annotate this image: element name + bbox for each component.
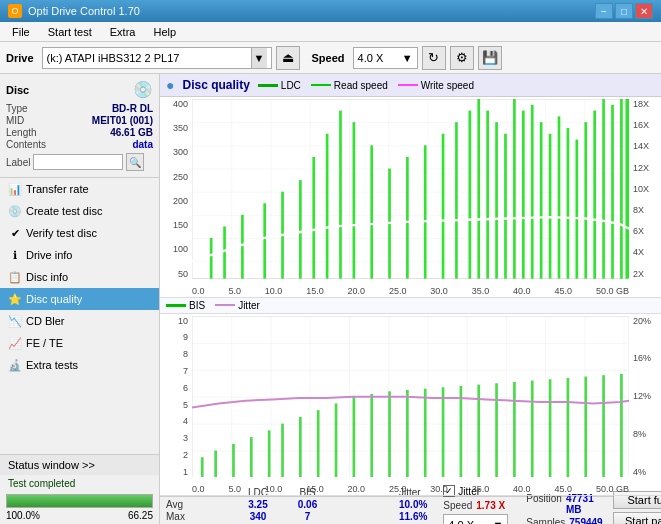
bottom-chart-svg <box>192 316 629 477</box>
jitter-color <box>215 304 235 306</box>
speed-stat-value: 1.73 X <box>476 500 505 511</box>
max-jitter: 11.6% <box>399 511 427 522</box>
svg-rect-23 <box>513 99 516 279</box>
type-value: BD-R DL <box>112 103 153 114</box>
svg-rect-40 <box>214 450 217 477</box>
progress-fill <box>7 495 152 507</box>
status-section: Status window >> Test completed 100.0% 6… <box>0 454 159 524</box>
maximize-button[interactable]: □ <box>615 3 633 19</box>
speed-stat-select-value: 4.0 X <box>448 519 474 524</box>
nav-cd-bler[interactable]: 📉 CD Bler <box>0 310 159 332</box>
settings-button[interactable]: ⚙ <box>450 46 474 70</box>
position-label: Position <box>526 493 562 515</box>
app-title: Opti Drive Control 1.70 <box>28 5 140 17</box>
drive-dropdown-arrow[interactable]: ▼ <box>251 48 267 68</box>
svg-rect-31 <box>584 122 587 278</box>
nav-fe-te[interactable]: 📈 FE / TE <box>0 332 159 354</box>
svg-rect-8 <box>312 157 315 279</box>
chart2-legend-bar: BIS Jitter <box>160 298 661 314</box>
nav-transfer-rate-label: Transfer rate <box>26 183 89 195</box>
bottom-bar: LDC BIS Jitter Avg 3.25 0.06 10.0% Max 3… <box>160 496 661 524</box>
label-search-button[interactable]: 🔍 <box>126 153 144 171</box>
create-test-disc-icon: 💿 <box>8 204 22 218</box>
svg-rect-28 <box>558 116 561 278</box>
speed-label: Speed <box>312 52 345 64</box>
chart-header: ● Disc quality LDC Read speed Write spee… <box>160 74 661 97</box>
svg-rect-3 <box>223 226 226 278</box>
start-part-button[interactable]: Start part <box>613 512 661 524</box>
avg-bis: 0.06 <box>290 499 325 510</box>
nav-create-test-disc-label: Create test disc <box>26 205 102 217</box>
write-color <box>398 84 418 86</box>
svg-rect-59 <box>549 379 552 477</box>
save-button[interactable]: 💾 <box>478 46 502 70</box>
toolbar: Drive (k:) ATAPI iHBS312 2 PL17 ▼ ⏏ Spee… <box>0 42 661 74</box>
refresh-button[interactable]: ↻ <box>422 46 446 70</box>
svg-rect-42 <box>250 437 253 477</box>
position-row: Position 47731 MB <box>526 493 602 515</box>
read-color <box>311 84 331 86</box>
svg-rect-30 <box>575 140 578 279</box>
svg-rect-39 <box>201 457 204 477</box>
svg-rect-43 <box>268 430 271 477</box>
max-ldc: 340 <box>238 511 278 522</box>
svg-rect-17 <box>455 122 458 278</box>
menu-file[interactable]: File <box>4 24 38 40</box>
disc-title: Disc <box>6 84 29 96</box>
svg-rect-1 <box>192 99 629 279</box>
y-axis-left-top: 400 350 300 250 200 150 100 50 <box>160 99 190 279</box>
nav-extra-tests-label: Extra tests <box>26 359 78 371</box>
svg-rect-18 <box>468 111 471 279</box>
nav-disc-quality[interactable]: ⭐ Disc quality <box>0 288 159 310</box>
nav-disc-quality-label: Disc quality <box>26 293 82 305</box>
cd-bler-icon: 📉 <box>8 314 22 328</box>
eject-button[interactable]: ⏏ <box>276 46 300 70</box>
menu-help[interactable]: Help <box>145 24 184 40</box>
verify-test-disc-icon: ✔ <box>8 226 22 240</box>
disc-info-icon: 📋 <box>8 270 22 284</box>
legend-ldc: LDC <box>258 80 301 91</box>
minimize-button[interactable]: − <box>595 3 613 19</box>
svg-rect-7 <box>299 180 302 278</box>
chart-legend: LDC Read speed Write speed <box>258 80 474 91</box>
speed-stat-select[interactable]: 4.0 X ▼ <box>443 514 508 524</box>
svg-rect-14 <box>406 157 409 279</box>
avg-label: Avg <box>166 499 226 510</box>
label-input[interactable] <box>33 154 123 170</box>
menu-start-test[interactable]: Start test <box>40 24 100 40</box>
svg-rect-53 <box>442 387 445 477</box>
app-icon: O <box>8 4 22 18</box>
bis-color <box>166 304 186 307</box>
status-window-button[interactable]: Status window >> <box>0 455 159 475</box>
svg-rect-51 <box>406 390 409 477</box>
max-label: Max <box>166 511 226 522</box>
svg-rect-58 <box>531 380 534 477</box>
nav-transfer-rate[interactable]: 📊 Transfer rate <box>0 178 159 200</box>
svg-rect-33 <box>602 99 605 279</box>
nav-create-test-disc[interactable]: 💿 Create test disc <box>0 200 159 222</box>
nav-verify-test-disc[interactable]: ✔ Verify test disc <box>0 222 159 244</box>
y-axis-left-bot: 10 9 8 7 6 5 4 3 2 1 <box>160 316 190 477</box>
nav-drive-info[interactable]: ℹ Drive info <box>0 244 159 266</box>
charts-container: 400 350 300 250 200 150 100 50 18X 16X 1… <box>160 97 661 496</box>
disc-quality-icon: ⭐ <box>8 292 22 306</box>
drive-select[interactable]: (k:) ATAPI iHBS312 2 PL17 ▼ <box>42 47 272 69</box>
speed-select[interactable]: 4.0 X ▼ <box>353 47 418 69</box>
top-chart: 400 350 300 250 200 150 100 50 18X 16X 1… <box>160 97 661 298</box>
nav-disc-info[interactable]: 📋 Disc info <box>0 266 159 288</box>
legend-write-label: Write speed <box>421 80 474 91</box>
drive-label: Drive <box>6 52 34 64</box>
svg-rect-52 <box>424 388 427 477</box>
svg-rect-15 <box>424 145 427 278</box>
svg-rect-54 <box>460 386 463 477</box>
svg-rect-63 <box>620 373 623 477</box>
close-button[interactable]: ✕ <box>635 3 653 19</box>
status-btn-label: Status window >> <box>8 459 95 471</box>
menu-extra[interactable]: Extra <box>102 24 144 40</box>
svg-rect-9 <box>326 134 329 279</box>
progress-label: 100.0% 66.25 <box>0 510 159 524</box>
nav-extra-tests[interactable]: 🔬 Extra tests <box>0 354 159 376</box>
speed-row: Speed 1.73 X <box>443 500 508 511</box>
svg-rect-61 <box>584 376 587 477</box>
svg-rect-57 <box>513 381 516 477</box>
